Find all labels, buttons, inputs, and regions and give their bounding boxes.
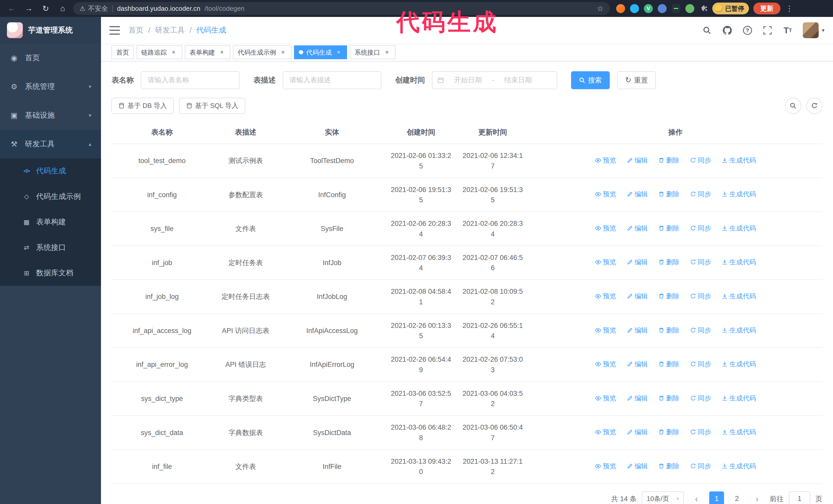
github-icon[interactable]: [722, 25, 733, 35]
action-generate-code[interactable]: 生成代码: [721, 325, 756, 335]
tab-home[interactable]: 首页: [112, 45, 134, 59]
action-generate-code[interactable]: 生成代码: [721, 257, 756, 267]
extension-users-icon[interactable]: [658, 4, 667, 13]
close-icon[interactable]: ×: [279, 49, 287, 56]
close-icon[interactable]: ×: [383, 49, 390, 56]
create-time-range-picker[interactable]: -: [432, 71, 557, 89]
tab-system-api[interactable]: 系统接口 ×: [350, 45, 396, 59]
action-sync[interactable]: 同步: [690, 427, 711, 437]
fullscreen-icon[interactable]: [762, 25, 773, 35]
action-sync[interactable]: 同步: [690, 291, 711, 301]
page-size-select[interactable]: 10条/页 ▾: [642, 491, 684, 504]
action-sync[interactable]: 同步: [690, 155, 711, 165]
action-preview[interactable]: 预览: [595, 155, 616, 165]
action-generate-code[interactable]: 生成代码: [721, 189, 756, 199]
sidebar-item-form-builder[interactable]: ▦ 表单构建: [0, 210, 101, 235]
extension-leaf-icon[interactable]: [685, 4, 694, 13]
close-icon[interactable]: ×: [335, 49, 342, 56]
import-sql-button[interactable]: 基于 SQL 导入: [179, 98, 245, 114]
prev-page-button[interactable]: ‹: [689, 491, 704, 504]
action-delete[interactable]: 删除: [658, 155, 680, 165]
action-edit[interactable]: 编辑: [627, 461, 648, 471]
action-preview[interactable]: 预览: [595, 393, 616, 403]
action-generate-code[interactable]: 生成代码: [721, 393, 756, 403]
browser-update-button[interactable]: 更新: [753, 3, 781, 14]
action-generate-code[interactable]: 生成代码: [721, 155, 756, 165]
extension-fox-icon[interactable]: [616, 4, 625, 13]
sidebar-toggle-icon[interactable]: [110, 26, 120, 34]
action-sync[interactable]: 同步: [690, 359, 711, 369]
tab-form-builder[interactable]: 表单构建 ×: [185, 45, 231, 59]
search-button[interactable]: 搜索: [571, 71, 610, 89]
reload-icon[interactable]: ↻: [39, 2, 52, 15]
sidebar-item-dev-tools[interactable]: ⚒ 研发工具 ▴: [0, 130, 101, 159]
address-bar[interactable]: ⚠ 不安全 dashboard.yudao.iocoder.cn /tool/c…: [73, 2, 610, 15]
import-db-button[interactable]: 基于 DB 导入: [112, 98, 174, 114]
action-edit[interactable]: 编辑: [627, 427, 648, 437]
action-preview[interactable]: 预览: [595, 189, 616, 199]
close-icon[interactable]: ×: [170, 49, 177, 56]
tab-tracing[interactable]: 链路追踪 ×: [137, 45, 182, 59]
close-icon[interactable]: ×: [218, 49, 225, 56]
action-edit[interactable]: 编辑: [627, 325, 648, 335]
app-logo[interactable]: 芋道管理系统: [0, 17, 101, 44]
bookmark-star-icon[interactable]: ☆: [597, 4, 603, 13]
action-preview[interactable]: 预览: [595, 223, 616, 233]
start-date-input[interactable]: [446, 76, 490, 84]
action-edit[interactable]: 编辑: [627, 291, 648, 301]
action-sync[interactable]: 同步: [690, 393, 711, 403]
sidebar-item-codegen[interactable]: </> 代码生成: [0, 159, 101, 184]
action-sync[interactable]: 同步: [690, 189, 711, 199]
sidebar-item-db-doc[interactable]: ⊞ 数据库文档: [0, 261, 101, 286]
extension-drop-icon[interactable]: [630, 4, 639, 13]
action-sync[interactable]: 同步: [690, 257, 711, 267]
action-generate-code[interactable]: 生成代码: [721, 461, 756, 471]
action-edit[interactable]: 编辑: [627, 223, 648, 233]
action-generate-code[interactable]: 生成代码: [721, 223, 756, 233]
sidebar-item-system-api[interactable]: ⇄ 系统接口: [0, 235, 101, 260]
sidebar-item-codegen-example[interactable]: ◇ 代码生成示例: [0, 184, 101, 209]
action-preview[interactable]: 预览: [595, 359, 616, 369]
action-generate-code[interactable]: 生成代码: [721, 427, 756, 437]
action-preview[interactable]: 预览: [595, 257, 616, 267]
sidebar-item-home[interactable]: ◉ 首页: [0, 44, 101, 72]
reset-button[interactable]: ↻ 重置: [617, 71, 656, 89]
next-page-button[interactable]: ›: [750, 491, 765, 504]
goto-page-input[interactable]: [789, 491, 810, 504]
sidebar-item-infrastructure[interactable]: ▣ 基础设施 ▾: [0, 101, 101, 130]
action-edit[interactable]: 编辑: [627, 359, 648, 369]
action-generate-code[interactable]: 生成代码: [721, 359, 756, 369]
action-preview[interactable]: 预览: [595, 291, 616, 301]
action-delete[interactable]: 删除: [658, 325, 680, 335]
action-edit[interactable]: 编辑: [627, 393, 648, 403]
action-delete[interactable]: 删除: [658, 427, 680, 437]
action-edit[interactable]: 编辑: [627, 257, 648, 267]
action-delete[interactable]: 删除: [658, 461, 680, 471]
action-preview[interactable]: 预览: [595, 461, 616, 471]
extensions-puzzle-icon[interactable]: [699, 4, 708, 13]
action-delete[interactable]: 删除: [658, 189, 680, 199]
action-delete[interactable]: 删除: [658, 393, 680, 403]
extension-vue-icon[interactable]: V: [644, 4, 653, 13]
security-indicator[interactable]: ⚠ 不安全: [80, 4, 108, 13]
action-edit[interactable]: 编辑: [627, 155, 648, 165]
action-sync[interactable]: 同步: [690, 223, 711, 233]
action-delete[interactable]: 删除: [658, 223, 680, 233]
toggle-search-button[interactable]: [785, 98, 801, 114]
action-sync[interactable]: 同步: [690, 325, 711, 335]
user-menu[interactable]: ▾: [803, 22, 825, 38]
action-preview[interactable]: 预览: [595, 325, 616, 335]
help-icon[interactable]: ?: [742, 25, 753, 35]
tab-codegen-example[interactable]: 代码生成示例 ×: [233, 45, 291, 59]
breadcrumb-dev-tools[interactable]: 研发工具: [155, 25, 185, 35]
font-size-icon[interactable]: TT: [783, 25, 793, 35]
action-sync[interactable]: 同步: [690, 461, 711, 471]
page-button-2[interactable]: 2: [730, 491, 744, 504]
profile-paused-badge[interactable]: 已暂停: [712, 3, 749, 14]
table-name-input[interactable]: [141, 71, 240, 89]
sidebar-item-system-management[interactable]: ⚙ 系统管理 ▾: [0, 72, 101, 101]
tab-codegen[interactable]: 代码生成 ×: [294, 45, 347, 59]
table-desc-input[interactable]: [283, 71, 382, 89]
page-button-1[interactable]: 1: [709, 491, 724, 504]
browser-menu-icon[interactable]: ⋮: [785, 4, 794, 13]
